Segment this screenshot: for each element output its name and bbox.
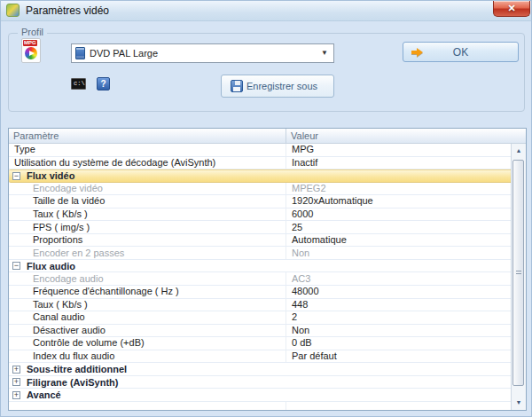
value-cell[interactable]: Par défaut [286,350,526,363]
play-icon [29,51,35,56]
table-section-row[interactable]: −Flux audio [9,260,526,273]
value-cell[interactable]: MPG [286,144,526,156]
param-cell: Encodage audio [9,272,286,285]
table-row[interactable]: Taille de la vidéo1920xAutomatique [9,195,526,208]
section-label: Sous-titre additionnel [27,364,127,374]
table-row[interactable]: Désactiver audioNon [9,325,526,338]
profile-legend: Profil [18,27,47,37]
table-row[interactable]: Encodage audioAC3 [9,272,526,286]
chevron-down-icon[interactable]: ▼ [321,44,328,62]
help-button[interactable]: ? [97,77,110,90]
title-bar[interactable]: Paramètres vidéo ✕ [1,1,531,21]
table-row[interactable]: ProportionsAutomatique [9,234,526,248]
table-section-row[interactable]: +Sous-titre additionnel [9,363,526,376]
command-line-button[interactable]: c:\ [71,78,86,90]
table-body: TypeMPGUtilisation du système de décodag… [9,144,526,410]
table-section-row[interactable]: +Avancé [9,389,526,402]
ok-button-label: OK [453,46,468,59]
param-cell: Type [9,144,286,156]
table-row[interactable]: Index du flux audioPar défaut [9,350,526,364]
param-cell: Taux ( Kb/s ) [9,299,286,311]
mpg-badge: MPG [23,40,37,46]
param-cell: Index du flux audio [9,350,286,363]
table-row[interactable]: Canal audio2 [9,311,526,325]
param-cell: Fréquence d'échantillonage ( Hz ) [9,286,286,298]
param-cell: Encoder en 2 passes [9,247,286,259]
param-cell: Contrôle de volume (+dB) [9,337,286,350]
param-cell: Taille de la vidéo [9,195,286,208]
disc-icon [25,47,37,59]
value-cell[interactable]: MPEG2 [286,183,526,195]
value-cell[interactable]: Non [286,247,526,259]
expand-icon[interactable]: + [12,366,20,374]
param-cell: Taux ( Kb/s ) [9,208,286,221]
profile-groupbox: Profil MPG DVD PAL Large ▼ OK c:\ ? [8,33,525,112]
column-header-valeur[interactable]: Valeur [286,129,526,143]
table-section-row[interactable]: −Flux vidéo [9,169,526,183]
value-cell[interactable]: 48000 [286,286,526,298]
table-row[interactable]: TypeMPG [9,144,526,157]
table-row[interactable]: Taux ( Kb/s )6000 [9,208,526,222]
value-cell[interactable]: Non [286,325,526,337]
app-icon [6,4,20,17]
command-line-icon: c:\ [74,80,85,87]
close-icon: ✕ [507,3,515,13]
column-header-parametre[interactable]: Paramètre [9,129,286,143]
value-cell[interactable]: 6000 [286,208,526,221]
table-row[interactable]: Utilisation du système de décodage (AviS… [9,157,526,170]
collapse-icon[interactable]: − [12,172,20,180]
param-cell: Canal audio [9,311,286,324]
section-label: Flux vidéo [27,170,74,181]
param-cell: FPS ( img/s ) [9,221,286,233]
table-row[interactable]: Taux ( Kb/s )448 [9,299,526,312]
table-row[interactable]: Fréquence d'échantillonage ( Hz )48000 [9,286,526,299]
save-icon [231,80,243,92]
section-label: Filigrane (AviSynth) [27,377,119,388]
orange-arrow-icon [411,48,424,57]
value-cell[interactable]: 1920xAutomatique [286,195,526,208]
section-label: Flux audio [27,261,75,271]
param-cell: Proportions [9,234,286,247]
expand-icon[interactable]: + [12,378,20,386]
expand-icon[interactable]: + [12,391,20,399]
table-row[interactable]: Contrôle de volume (+dB)0 dB [9,337,526,350]
value-cell[interactable]: Automatique [286,234,526,247]
scrollbar-grip-icon [516,271,521,276]
dvd-profile-icon [75,47,85,59]
param-cell: Désactiver audio [9,325,286,337]
table-header: Paramètre Valeur [9,129,526,144]
collapse-icon[interactable]: − [12,262,20,270]
scroll-down-button[interactable]: ▼ [512,396,526,410]
scroll-up-button[interactable]: ▲ [512,144,526,158]
help-icon: ? [100,79,106,89]
value-cell[interactable]: 448 [286,299,526,311]
save-as-label: Enregistrer sous [246,81,317,91]
empty-row [9,402,526,410]
table-scrollbar[interactable]: ▲ ▼ [511,144,526,410]
value-cell[interactable]: 2 [286,311,526,324]
value-cell[interactable]: Inactif [286,157,526,169]
table-row[interactable]: FPS ( img/s )25 [9,221,526,234]
scrollbar-thumb[interactable] [512,160,524,386]
table-row[interactable]: Encodage vidéoMPEG2 [9,183,526,196]
close-button[interactable]: ✕ [493,1,530,17]
value-cell[interactable]: 25 [286,221,526,233]
profile-combobox[interactable]: DVD PAL Large ▼ [71,43,334,63]
video-settings-dialog: Paramètres vidéo ✕ Profil MPG DVD PAL La… [0,0,532,417]
ok-button[interactable]: OK [403,42,519,62]
value-cell[interactable]: 0 dB [286,337,526,350]
parameters-table: Paramètre Valeur TypeMPGUtilisation du s… [8,128,527,411]
table-row[interactable]: Encoder en 2 passesNon [9,247,526,260]
param-cell: Encodage vidéo [9,183,286,195]
window-title: Paramètres vidéo [26,1,109,20]
save-as-button[interactable]: Enregistrer sous [221,75,334,98]
value-cell[interactable]: AC3 [286,272,526,285]
section-label: Avancé [27,389,61,400]
param-cell: Utilisation du système de décodage (AviS… [9,157,286,169]
mpg-file-icon: MPG [21,38,41,63]
table-section-row[interactable]: +Filigrane (AviSynth) [9,376,526,389]
combobox-selected-value: DVD PAL Large [90,48,158,59]
